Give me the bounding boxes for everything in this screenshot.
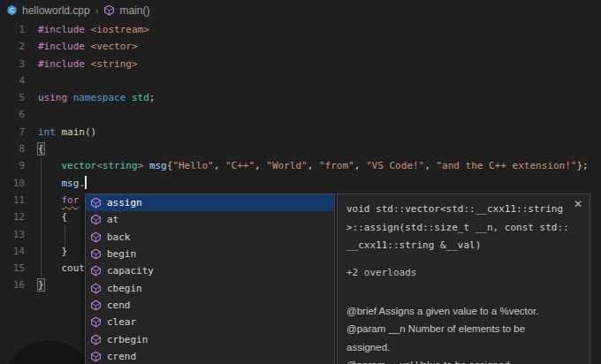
code-text: for [38, 192, 79, 209]
method-icon [90, 283, 102, 294]
line-number: 7 [0, 124, 25, 140]
token-pun: , [354, 160, 366, 171]
code-text: #include <string> [38, 56, 138, 72]
token-str: <iostream> [91, 24, 149, 35]
suggestion-item-back[interactable]: back [86, 229, 334, 246]
line-number: 8 [0, 140, 25, 157]
suggestion-item-cbegin[interactable]: cbegin [86, 279, 334, 296]
signature-line: void std::vector<std::__cxx11::string [346, 201, 568, 219]
code-line[interactable]: 3#include <string> [0, 56, 601, 72]
code-text: } [38, 277, 44, 293]
method-icon [90, 265, 102, 277]
suggestion-item-crend[interactable]: crend [86, 348, 334, 364]
token-str: "C++" [225, 160, 255, 171]
code-line[interactable]: 6 [0, 106, 601, 123]
code-line[interactable]: 1#include <iostream> [0, 21, 601, 38]
suggestion-label: assign [107, 197, 142, 209]
token-err: for [62, 194, 80, 206]
token-str: "and the C++ extension!" [436, 160, 576, 171]
code-text: #include <vector> [38, 38, 138, 55]
method-icon [90, 248, 102, 260]
suggestion-label: clear [107, 316, 136, 328]
breadcrumb-separator: › [95, 5, 99, 16]
method-icon [90, 300, 102, 311]
token-pun: cout [62, 262, 86, 274]
breadcrumb-symbol[interactable]: main() [103, 4, 149, 17]
code-text: vector<string> msg{"Hello", "C++", "Worl… [38, 157, 589, 174]
token-str: "World" [266, 160, 307, 171]
suggestion-label: back [107, 231, 131, 243]
line-number: 15 [0, 260, 25, 277]
code-text: { [38, 209, 67, 225]
suggestion-label: crend [107, 351, 136, 362]
token-type: std [132, 92, 149, 103]
token-kw: namespace [73, 92, 126, 103]
token-pun: ; [582, 160, 589, 171]
code-line[interactable]: 2#include <vector> [0, 38, 601, 55]
suggestion-item-cend[interactable]: cend [86, 297, 334, 314]
token-str: "Hello" [172, 160, 213, 171]
method-icon [90, 231, 102, 243]
indent-guide [41, 157, 42, 277]
line-number: 5 [0, 89, 25, 106]
line-number: 9 [0, 157, 25, 174]
code-line[interactable]: 4 [0, 72, 601, 89]
line-number: 12 [0, 209, 25, 225]
suggestion-item-assign[interactable]: assign [86, 194, 334, 211]
breadcrumb-file[interactable]: C helloworld.cpp [6, 4, 90, 17]
suggestion-label: at [107, 214, 118, 225]
indent-guide [65, 225, 65, 248]
line-number: 11 [0, 192, 25, 209]
line-number: 14 [0, 243, 25, 260]
token-pun: , [255, 160, 266, 171]
suggestion-item-begin[interactable]: begin [86, 246, 334, 262]
token-pun [126, 92, 132, 103]
token-pun: ; [149, 92, 156, 103]
method-icon [103, 4, 115, 16]
code-text: #include <iostream> [38, 21, 149, 38]
code-line[interactable]: 9 vector<string> msg{"Hello", "C++", "Wo… [0, 157, 601, 174]
doc-note-line: @param __n Number of elements to be assi… [346, 320, 568, 356]
token-angle: < [96, 160, 103, 171]
overloads-label: +2 overloads [346, 267, 568, 278]
token-pun: () [85, 126, 96, 138]
token-pun: . [79, 178, 85, 189]
code-line[interactable]: 7int main() [0, 124, 601, 140]
signature-line: >::assign(std::size_t __n, const std:: [346, 219, 568, 238]
token-pun [85, 24, 91, 35]
svg-text:C: C [10, 7, 14, 13]
token-pun [67, 92, 73, 103]
suggestion-item-capacity[interactable]: capacity [86, 262, 334, 279]
token-match: { [38, 143, 44, 155]
token-fn: main [62, 126, 86, 138]
doc-note-line: @brief Assigns a given value to a %vecto… [346, 302, 568, 321]
close-icon[interactable]: ✕ [574, 198, 582, 210]
code-line[interactable]: 8{ [0, 140, 601, 157]
code-line[interactable]: 10 msg. [0, 175, 601, 192]
token-pun: { [62, 211, 68, 223]
text-cursor [85, 176, 87, 189]
line-number: 6 [0, 106, 25, 123]
token-str: "from" [319, 160, 354, 171]
token-str: "VS Code!" [366, 160, 424, 171]
token-pp: #include [38, 58, 85, 70]
token-type: vector [62, 160, 97, 171]
cpp-file-icon: C [6, 4, 18, 16]
token-pp: #include [38, 24, 85, 35]
token-pun: , [214, 160, 225, 171]
code-text: msg. [38, 175, 87, 192]
token-str: <vector> [91, 41, 138, 52]
line-number: 16 [0, 277, 25, 293]
breadcrumb: C helloworld.cpp › main() [0, 0, 601, 20]
token-kw2: using [38, 92, 67, 103]
token-pp: #include [38, 41, 85, 52]
code-text: } [38, 243, 67, 260]
line-number: 3 [0, 56, 25, 72]
token-pun [85, 41, 91, 52]
method-icon [90, 334, 102, 345]
suggestion-item-at[interactable]: at [86, 211, 334, 228]
suggestion-item-clear[interactable]: clear [86, 314, 334, 330]
suggestion-item-crbegin[interactable]: crbegin [86, 330, 334, 347]
method-icon [90, 214, 102, 225]
code-line[interactable]: 5using namespace std; [0, 89, 601, 106]
